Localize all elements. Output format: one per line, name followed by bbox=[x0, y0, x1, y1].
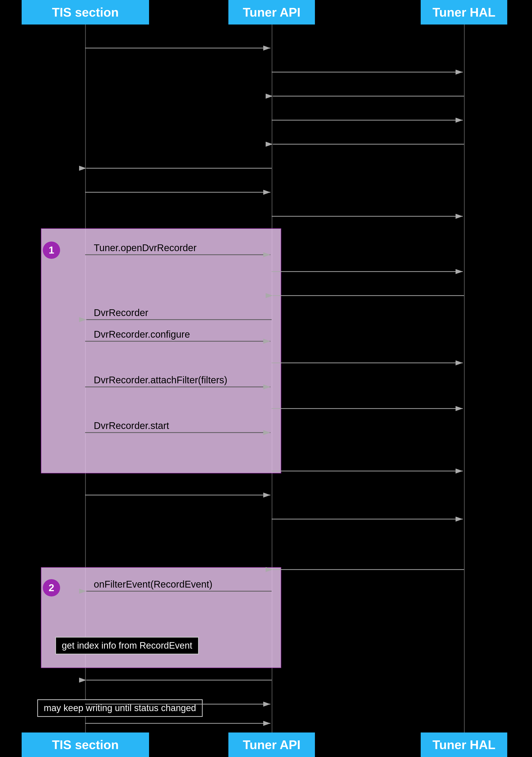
tis-header-top: TIS section bbox=[22, 0, 149, 24]
activation-box-1 bbox=[41, 228, 281, 473]
step-circle-1: 1 bbox=[43, 242, 60, 259]
note-get-index: get index info from RecordEvent bbox=[55, 637, 199, 654]
tunerapi-header-top: Tuner API bbox=[228, 0, 315, 24]
step-circle-2: 2 bbox=[43, 579, 60, 596]
lifeline-tunerhal bbox=[464, 24, 465, 733]
note-keep-writing: may keep writing until status changed bbox=[37, 699, 203, 717]
tunerapi-footer: Tuner API bbox=[228, 733, 315, 757]
tis-footer: TIS section bbox=[22, 733, 149, 757]
tunerhal-footer: Tuner HAL bbox=[421, 733, 507, 757]
tunerhal-header-top: Tuner HAL bbox=[421, 0, 507, 24]
